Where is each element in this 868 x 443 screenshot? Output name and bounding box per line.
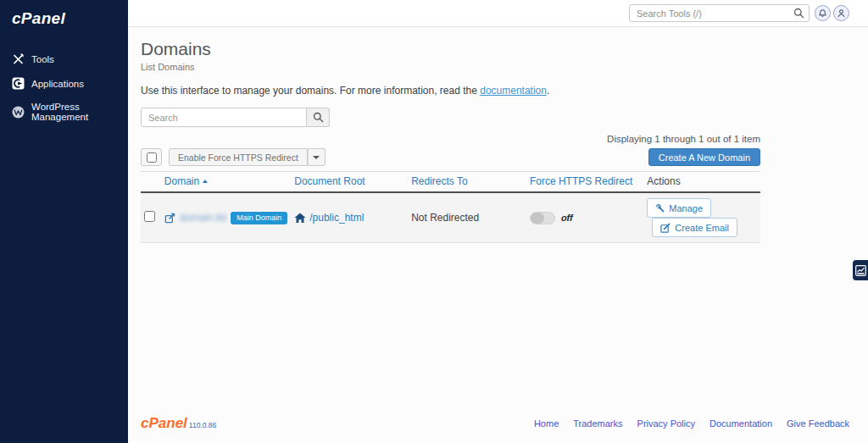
tools-search (629, 4, 810, 22)
documentation-link[interactable]: documentation (480, 85, 547, 97)
footer-links: Home Trademarks Privacy Policy Documenta… (534, 418, 849, 429)
bulk-button-group: Enable Force HTTPS Redirect (169, 148, 326, 166)
footer-link-privacy-policy[interactable]: Privacy Policy (637, 418, 695, 429)
column-header-force-https[interactable]: Force HTTPS Redirect (526, 172, 643, 193)
cpanel-app: cPanel Tools Applications (0, 0, 868, 443)
bell-icon (818, 8, 827, 18)
topbar (128, 0, 868, 27)
document-root-path: /public_html (309, 212, 364, 224)
external-link-icon[interactable] (164, 213, 175, 224)
domain-cell: domain.tld Main Domain (161, 192, 291, 243)
column-header-label: Force HTTPS Redirect (530, 175, 632, 187)
enable-force-https-button[interactable]: Enable Force HTTPS Redirect (169, 148, 308, 166)
header-checkbox-spacer (141, 172, 161, 193)
tools-search-input[interactable] (629, 4, 810, 22)
select-all-checkbox-wrap (141, 148, 162, 166)
analytics-flyout-tab[interactable] (853, 260, 868, 280)
document-root-cell: /public_html (291, 192, 408, 243)
table-row: domain.tld Main Domain /public_html (141, 192, 760, 243)
toggle-knob (531, 213, 544, 224)
redirects-to-cell: Not Redirected (408, 192, 526, 243)
column-header-label: Domain (164, 175, 199, 187)
domain-search-input[interactable] (141, 108, 307, 127)
applications-icon (12, 77, 25, 90)
document-root-link[interactable]: /public_html (294, 212, 404, 224)
redirects-to-value: Not Redirected (411, 212, 479, 224)
version-label: 110.0.86 (189, 421, 216, 429)
content-column: Domains List Domains Use this interface … (128, 0, 868, 443)
intro-text-suffix: . (547, 85, 549, 97)
manage-button[interactable]: Manage (647, 198, 711, 218)
bulk-actions-row: Enable Force HTTPS Redirect Create A New… (141, 148, 760, 166)
column-header-label: Redirects To (411, 175, 467, 187)
sort-ascending-icon (203, 180, 208, 183)
search-icon (793, 8, 804, 19)
user-account-button[interactable] (833, 5, 849, 21)
row-checkbox[interactable] (144, 211, 155, 222)
intro-text: Use this interface to manage your domain… (141, 85, 760, 97)
chart-icon (855, 265, 866, 276)
create-new-domain-button[interactable]: Create A New Domain (648, 148, 760, 166)
footer-link-give-feedback[interactable]: Give Feedback (787, 418, 849, 429)
cpanel-logo[interactable]: cPanel (0, 0, 128, 28)
force-https-cell: off (526, 192, 643, 243)
sidebar: cPanel Tools Applications (0, 0, 128, 443)
tools-icon (12, 53, 25, 65)
cpanel-footer-logo[interactable]: cPanel (141, 415, 187, 432)
column-header-actions: Actions (643, 172, 760, 193)
manage-button-label: Manage (669, 203, 703, 213)
table-header-row: Domain Document Root Redirects To Force … (141, 172, 760, 193)
create-email-button[interactable]: Create Email (652, 218, 737, 237)
wrench-icon (655, 203, 665, 213)
domain-name-redacted[interactable]: domain.tld (180, 212, 226, 224)
column-header-domain[interactable]: Domain (161, 172, 291, 193)
actions-cell: Manage Create Email (643, 192, 760, 243)
bulk-dropdown-button[interactable] (308, 148, 326, 166)
domain-search (141, 108, 760, 127)
user-icon (837, 8, 846, 18)
intro-text-prefix: Use this interface to manage your domain… (141, 85, 480, 97)
wordpress-icon (12, 106, 25, 119)
domains-table: Domain Document Root Redirects To Force … (141, 171, 760, 243)
column-header-document-root[interactable]: Document Root (291, 172, 408, 193)
page-title: Domains (141, 39, 760, 59)
sidebar-item-label: Applications (31, 79, 84, 89)
row-checkbox-cell (141, 192, 161, 243)
sidebar-item-wordpress[interactable]: WordPress Management (0, 96, 128, 128)
select-all-checkbox[interactable] (147, 152, 157, 163)
sidebar-item-label: Tools (31, 54, 54, 64)
compose-icon (660, 223, 670, 233)
column-header-redirects-to[interactable]: Redirects To (408, 172, 526, 193)
domain-search-button[interactable] (307, 108, 330, 127)
displaying-status: Displaying 1 through 1 out of 1 item (141, 134, 760, 144)
https-redirect-toggle[interactable] (530, 212, 555, 224)
sidebar-item-label: WordPress Management (31, 102, 121, 122)
notifications-button[interactable] (815, 5, 831, 21)
footer-brand: cPanel 110.0.86 (141, 415, 216, 432)
main-content: Domains List Domains Use this interface … (128, 27, 868, 404)
toggle-state-label: off (561, 213, 573, 223)
footer-link-trademarks[interactable]: Trademarks (573, 418, 622, 429)
column-header-label: Actions (647, 175, 680, 187)
chevron-down-icon (313, 156, 320, 159)
page-subtitle: List Domains (141, 62, 760, 72)
create-email-button-label: Create Email (675, 223, 729, 233)
footer-link-home[interactable]: Home (534, 418, 559, 429)
search-icon (313, 112, 324, 123)
home-icon (294, 213, 306, 224)
main-domain-badge[interactable]: Main Domain (231, 212, 287, 224)
sidebar-nav: Tools Applications WordPress Management (0, 47, 128, 128)
sidebar-item-applications[interactable]: Applications (0, 71, 128, 96)
sidebar-item-tools[interactable]: Tools (0, 47, 128, 71)
footer-link-documentation[interactable]: Documentation (709, 418, 772, 429)
column-header-label: Document Root (294, 175, 364, 187)
footer: cPanel 110.0.86 Home Trademarks Privacy … (128, 404, 868, 443)
